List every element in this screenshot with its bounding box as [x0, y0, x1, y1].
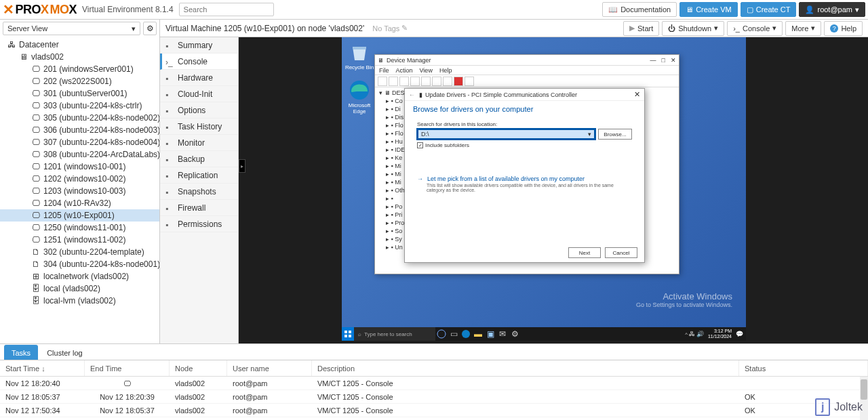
log-row[interactable]: Nov 12 18:05:37Nov 12 18:20:39vlads002ro…	[0, 390, 868, 404]
tree-item[interactable]: 🖵1201 (windows10-001)	[0, 161, 159, 173]
tree-item[interactable]: 🖵1205 (w10-Exp001)	[0, 209, 159, 222]
tree-item[interactable]: 🖧Datacenter	[0, 39, 159, 51]
vm-tab[interactable]: ▪Cloud-Init	[160, 86, 238, 102]
tree-item[interactable]: 🖵202 (ws2022S001)	[0, 75, 159, 87]
browse-button[interactable]: Browse...	[598, 129, 632, 140]
search-input[interactable]	[179, 3, 274, 16]
close-icon[interactable]: ✕	[671, 57, 676, 64]
log-row[interactable]: Nov 12 18:20:40🖵vlads002root@pamVM/CT 12…	[0, 377, 868, 390]
scrollbar-thumb[interactable]	[861, 379, 867, 400]
tree-item[interactable]: 🖵307 (ubuntu-2204-k8s-node004)	[0, 136, 159, 148]
help-button[interactable]: ?Help	[824, 21, 863, 36]
console-button[interactable]: ›_Console▾	[727, 21, 783, 36]
update-drivers-dialog[interactable]: ← ▮ Update Drivers - PCI Simple Communic…	[404, 88, 645, 263]
tree-item[interactable]: ⊞localnetwork (vlads002)	[0, 270, 159, 282]
sound-icon[interactable]: 🔊	[696, 331, 704, 337]
create-vm-button[interactable]: 🖥 Create VM	[679, 2, 738, 17]
store-icon[interactable]: ▣	[484, 328, 496, 340]
list-icon[interactable]	[421, 77, 431, 86]
vm-tab[interactable]: ▪Options	[160, 102, 238, 119]
maximize-icon[interactable]: □	[662, 57, 665, 64]
view-dropdown[interactable]: Server View ▾	[3, 22, 140, 35]
tree-item[interactable]: 🖵1203 (windows10-003)	[0, 185, 159, 197]
window-titlebar[interactable]: 🖥 Device Manager — □ ✕	[375, 55, 679, 66]
vm-tab[interactable]: ▪Replication	[160, 167, 238, 184]
vm-tab[interactable]: ▪Hardware	[160, 70, 238, 86]
vm-tab[interactable]: ▪Monitor	[160, 135, 238, 151]
resource-tree[interactable]: 🖧Datacenter🖥vlads002🖵201 (windowsServer0…	[0, 37, 160, 343]
shutdown-button[interactable]: ⏻Shutdown▾	[662, 21, 724, 36]
dialog-titlebar[interactable]: ← ▮ Update Drivers - PCI Simple Communic…	[405, 89, 644, 101]
up-icon[interactable]	[399, 77, 409, 86]
recycle-bin-icon[interactable]: Recycle Bin	[344, 41, 374, 70]
clock[interactable]: 3:12 PM 11/12/2024	[705, 329, 734, 339]
more-button[interactable]: More▾	[785, 21, 821, 36]
menu-item[interactable]: File	[379, 67, 389, 74]
start-button[interactable]	[342, 327, 354, 341]
prop-icon[interactable]	[432, 77, 441, 86]
explorer-icon[interactable]: ▬	[472, 328, 484, 340]
user-menu[interactable]: 👤 root@pam ▾	[799, 2, 865, 17]
guest-screen[interactable]: Recycle Bin Microsoft Edge Activate Wind…	[342, 37, 746, 341]
start-button[interactable]: ▶Start	[623, 21, 659, 36]
cancel-button[interactable]: Cancel	[605, 247, 637, 258]
menu-item[interactable]: Help	[439, 67, 452, 74]
taskview-icon[interactable]: ▭	[448, 328, 460, 340]
tree-item[interactable]: 🖵201 (windowsServer001)	[0, 63, 159, 75]
vm-tab[interactable]: ▪Snapshots	[160, 184, 238, 200]
devmgr-taskbar-icon[interactable]: ⚙	[509, 328, 521, 340]
console-viewport[interactable]: ▸ Recycle Bin Microsoft Edge Activate Wi…	[239, 37, 868, 343]
forward-icon[interactable]	[389, 77, 398, 86]
column-header[interactable]: Node	[170, 360, 227, 376]
back-arrow-icon[interactable]: ←	[409, 91, 415, 98]
menu-item[interactable]: Action	[396, 67, 413, 74]
minimize-icon[interactable]: —	[650, 57, 656, 64]
vm-tab[interactable]: ▪Firewall	[160, 200, 238, 216]
taskbar-search[interactable]: ⌕ Type here to search	[354, 327, 435, 341]
settings-button[interactable]: ⚙	[143, 22, 157, 35]
tree-item[interactable]: 🗋302 (ubuntu-2204-template)	[0, 246, 159, 258]
menu-bar[interactable]: FileActionViewHelp	[375, 66, 679, 75]
column-header[interactable]: Start Time ↓	[0, 360, 85, 376]
chevron-down-icon[interactable]: ▾	[588, 131, 591, 138]
log-tab[interactable]: Tasks	[4, 345, 38, 360]
refresh-icon[interactable]	[465, 77, 474, 86]
include-subfolders-checkbox[interactable]: ✓ Include subfolders	[417, 142, 632, 148]
tree-item[interactable]: 🖵301 (ubuntuServer001)	[0, 87, 159, 100]
back-icon[interactable]	[378, 77, 387, 86]
log-tab[interactable]: Cluster log	[39, 345, 90, 360]
vm-tab[interactable]: ▪Task History	[160, 119, 238, 135]
tree-item[interactable]: 🗄local (vlads002)	[0, 282, 159, 295]
tree-item[interactable]: 🖵1250 (windows11-001)	[0, 222, 159, 234]
scan-icon[interactable]	[443, 77, 452, 86]
log-row[interactable]: Nov 12 17:50:34Nov 12 18:05:37vlads002ro…	[0, 404, 868, 417]
tree-item[interactable]: 🖵308 (ubuntu-2204-ArcDataLabs)	[0, 148, 159, 161]
vm-tab[interactable]: ▪Backup	[160, 151, 238, 167]
vm-tab[interactable]: ›_Console	[160, 54, 238, 70]
mail-icon[interactable]: ✉	[496, 328, 509, 340]
tags-editor[interactable]: No Tags ✎	[372, 24, 408, 33]
tree-item[interactable]: 🖥vlads002	[0, 51, 159, 63]
network-icon[interactable]: 🖧	[689, 331, 695, 337]
edge-icon[interactable]: Microsoft Edge	[344, 79, 374, 114]
column-header[interactable]: Status	[739, 360, 868, 376]
vm-tab[interactable]: ▪Summary	[160, 37, 238, 54]
tree-item[interactable]: 🖵1202 (windows10-002)	[0, 173, 159, 185]
toolbar[interactable]	[375, 75, 679, 87]
tree-item[interactable]: 🗄local-lvm (vlads002)	[0, 295, 159, 307]
tree-item[interactable]: 🖵306 (ubuntu-2204-k8s-node003)	[0, 124, 159, 136]
windows-taskbar[interactable]: ⌕ Type here to search ▭ ▬ ▣ ✉ ⚙ ^ 🖧 🔊 3:…	[342, 327, 746, 341]
close-icon[interactable]: ✕	[634, 90, 640, 99]
tree-item[interactable]: 🖵305 (ubuntu-2204-k8s-node002)	[0, 112, 159, 124]
path-input[interactable]: D:\▾	[417, 129, 595, 140]
tree-item[interactable]: 🗋304 (ubuntu-2204-k8s-node001)	[0, 258, 159, 270]
panel-expander[interactable]: ▸	[239, 159, 245, 173]
column-header[interactable]: End Time	[85, 360, 170, 376]
tree-item[interactable]: 🖵303 (ubuntu-2204-k8s-ctrlr)	[0, 100, 159, 112]
vm-tab[interactable]: ▪Permissions	[160, 216, 238, 232]
create-ct-button[interactable]: ▢ Create CT	[741, 2, 797, 17]
tree-item[interactable]: 🖵1251 (windows11-002)	[0, 234, 159, 246]
tray-up-icon[interactable]: ^	[685, 331, 688, 337]
next-button[interactable]: Next	[568, 247, 601, 258]
cortana-icon[interactable]	[435, 328, 448, 340]
